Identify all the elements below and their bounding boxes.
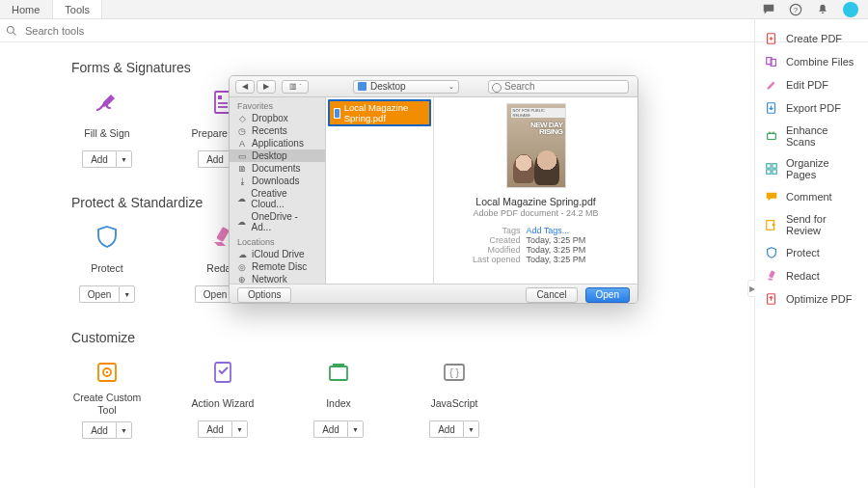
sidebar-item[interactable]: ◎Remote Disc xyxy=(230,260,325,273)
optimize-pdf-icon xyxy=(765,292,778,306)
tool-action-button[interactable]: Add xyxy=(82,150,116,168)
sidebar-item[interactable]: ☁Creative Cloud... xyxy=(230,187,325,210)
sidebar-item[interactable]: ☁OneDrive - Ad... xyxy=(230,210,325,233)
sidebar-item-icon: ⭳ xyxy=(237,176,247,186)
help-icon[interactable]: ? xyxy=(789,3,802,16)
right-panel-item[interactable]: Redact xyxy=(755,264,868,287)
redact-icon xyxy=(765,269,778,283)
file-item-selected[interactable]: Local Magazine Spring.pdf xyxy=(328,99,431,126)
sidebar-item[interactable]: 🗎Documents xyxy=(230,162,325,175)
sidebar-item[interactable]: ☁iCloud Drive xyxy=(230,248,325,260)
nav-back-button[interactable]: ◀ xyxy=(235,80,255,94)
sidebar-item-icon: A xyxy=(237,139,247,149)
meta-value: Today, 3:25 PM xyxy=(527,255,604,264)
tool-custom-tool[interactable]: Create Custom Tool Add▼ xyxy=(71,359,143,439)
cancel-button[interactable]: Cancel xyxy=(526,287,577,303)
sidebar-item-label: Recents xyxy=(252,125,287,136)
tool-action-button[interactable]: Add xyxy=(198,150,231,168)
detail-meta-row: Last openedToday, 3:25 PM xyxy=(442,255,630,264)
search-row xyxy=(0,19,868,42)
dialog-footer: Options Cancel Open xyxy=(230,284,637,304)
view-mode-button[interactable]: ▥ ˅ xyxy=(282,80,309,94)
open-button[interactable]: Open xyxy=(585,287,630,303)
options-button[interactable]: Options xyxy=(237,287,291,303)
sidebar-item[interactable]: ◷Recents xyxy=(230,124,325,137)
search-icon xyxy=(6,25,17,37)
tool-action-caret[interactable]: ▼ xyxy=(347,420,364,438)
chat-icon[interactable] xyxy=(762,3,775,16)
tool-index[interactable]: Index Add▼ xyxy=(303,359,374,439)
right-panel-item[interactable]: Send for Review xyxy=(755,208,868,241)
collapse-panel-icon[interactable]: ▶ xyxy=(747,280,755,297)
file-thumbnail: NOT FOR PUBLIC RELEASE NEW DAY RISING xyxy=(506,103,566,188)
right-panel-item[interactable]: Edit PDF xyxy=(755,73,868,96)
section-forms-title: Forms & Signatures xyxy=(71,60,752,75)
avatar[interactable] xyxy=(843,2,858,17)
tool-label: Action Wizard xyxy=(192,392,255,415)
right-panel-item[interactable]: Export PDF xyxy=(755,96,868,120)
right-panel-item[interactable]: Create PDF xyxy=(755,27,868,50)
sidebar-item[interactable]: ⭳Downloads xyxy=(230,175,325,187)
tool-action-button[interactable]: Add xyxy=(82,421,116,439)
sidebar-heading-locations: Locations xyxy=(230,233,325,248)
right-panel-item[interactable]: Optimize PDF xyxy=(755,287,868,311)
svg-point-11 xyxy=(106,371,108,373)
sidebar-item[interactable]: ◇Dropbox xyxy=(230,112,325,124)
right-panel-item[interactable]: Comment xyxy=(755,185,868,208)
tool-fill-sign[interactable]: Fill & Sign Add▼ xyxy=(71,89,143,168)
meta-value: Today, 3:25 PM xyxy=(527,235,604,245)
location-dropdown[interactable]: Desktop ⌄ xyxy=(353,80,459,94)
create-pdf-icon xyxy=(765,32,778,45)
sidebar-item-label: Applications xyxy=(252,138,304,149)
comment-icon xyxy=(765,190,778,203)
tool-action-button[interactable]: Add xyxy=(198,420,231,438)
chevron-updown-icon: ⌄ xyxy=(448,83,454,91)
tool-action-wizard[interactable]: Action Wizard Add▼ xyxy=(187,359,258,439)
search-input[interactable] xyxy=(23,24,862,38)
sidebar-heading-favorites: Favorites xyxy=(230,97,325,112)
nav-forward-button[interactable]: ▶ xyxy=(257,80,276,94)
sidebar-item[interactable]: ▭Desktop xyxy=(230,149,325,162)
meta-value: Today, 3:25 PM xyxy=(527,245,604,255)
tool-action-button[interactable]: Add xyxy=(429,420,463,438)
tool-action-button[interactable]: Open xyxy=(79,285,119,303)
pdf-document-icon xyxy=(334,108,340,119)
bell-icon[interactable] xyxy=(816,3,829,16)
sidebar-item-label: Downloads xyxy=(252,176,299,186)
tool-label: JavaScript xyxy=(430,392,477,415)
right-panel-label: Combine Files xyxy=(786,56,854,68)
tab-tools[interactable]: Tools xyxy=(52,0,102,18)
tool-action-caret[interactable]: ▼ xyxy=(116,421,132,439)
tool-action-button[interactable]: Add xyxy=(313,420,347,438)
tool-javascript[interactable]: { } JavaScript Add▼ xyxy=(419,359,490,439)
thumbnail-headline: NEW DAY RISING xyxy=(507,122,563,135)
meta-value[interactable]: Add Tags... xyxy=(527,226,604,235)
sidebar-item-icon: ☁ xyxy=(237,217,247,227)
sidebar-item-label: Documents xyxy=(252,163,301,174)
right-panel-label: Create PDF xyxy=(786,33,842,44)
right-panel-item[interactable]: Enhance Scans xyxy=(755,120,868,152)
sidebar-item[interactable]: AApplications xyxy=(230,137,325,149)
tool-action-caret[interactable]: ▼ xyxy=(116,150,132,168)
sidebar-item[interactable]: ⊕Network xyxy=(230,273,325,284)
tool-action-caret[interactable]: ▼ xyxy=(463,420,479,438)
tab-home[interactable]: Home xyxy=(0,0,52,18)
right-panel-item[interactable]: Combine Files xyxy=(755,50,868,73)
tool-label: Create Custom Tool xyxy=(71,392,143,416)
right-panel-item[interactable]: Protect xyxy=(755,241,868,264)
fill-sign-icon xyxy=(94,89,121,116)
main-tabs: Home Tools xyxy=(0,0,102,18)
tool-action-caret[interactable]: ▼ xyxy=(119,285,135,303)
file-list-column: Local Magazine Spring.pdf xyxy=(326,97,434,284)
sidebar-item-icon: 🗎 xyxy=(237,164,247,174)
tool-action-caret[interactable]: ▼ xyxy=(231,420,248,438)
tool-label: Protect xyxy=(91,257,122,280)
section-customize-title: Customize xyxy=(71,330,752,345)
dialog-search-input[interactable] xyxy=(488,80,629,94)
meta-key: Modified xyxy=(469,245,521,255)
right-tools-panel: ▶ Create PDFCombine FilesEdit PDFExport … xyxy=(754,19,868,488)
sidebar-item-label: OneDrive - Ad... xyxy=(252,211,317,232)
tool-protect[interactable]: Protect Open▼ xyxy=(71,224,143,303)
right-panel-item[interactable]: Organize Pages xyxy=(755,152,868,185)
svg-rect-24 xyxy=(767,164,771,168)
